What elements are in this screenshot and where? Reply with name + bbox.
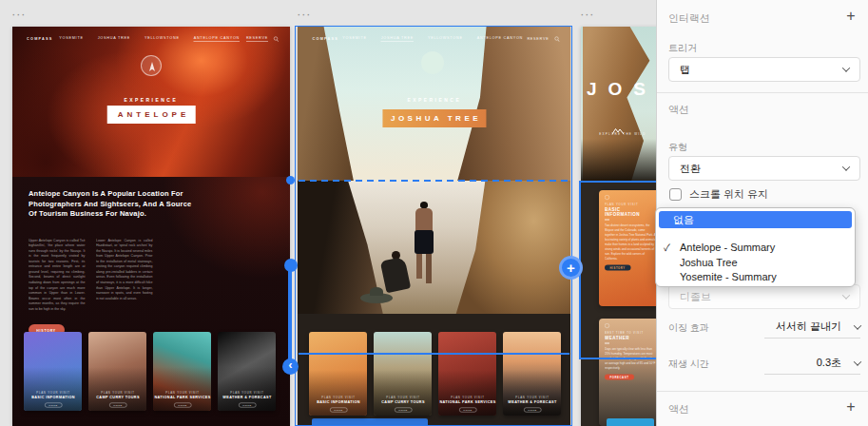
artboard-title-antelope[interactable]: ···: [12, 10, 27, 20]
teal-cta-bar[interactable]: [607, 418, 654, 426]
checkmark-icon: ✓: [664, 241, 670, 255]
nav-item-reserve[interactable]: RESERVE: [246, 35, 268, 42]
duration-label: 재생 시간: [668, 358, 709, 371]
nav-item-yosemite[interactable]: YOSEMITE: [59, 35, 83, 42]
nav-item-antelope-canyon[interactable]: ANTELOPE CANYON: [476, 35, 522, 42]
option-antelope-summary[interactable]: ✓ Antelope - Summary: [656, 241, 855, 255]
info-icon: [605, 195, 609, 200]
interaction-section-header: 인터랙션: [668, 11, 710, 26]
add-interaction-button[interactable]: +: [843, 8, 858, 25]
card-more-button[interactable]: MORE: [458, 408, 476, 413]
search-icon[interactable]: [554, 36, 558, 40]
summary-columns: Upper Antelope Canyon is called Tsé bigh…: [29, 238, 276, 321]
artboard-title-joshua[interactable]: ···: [298, 10, 312, 20]
action-section-header: 액션: [668, 103, 689, 117]
card-more-button[interactable]: MORE: [238, 403, 256, 408]
card-weather-forecast[interactable]: PLAN YOUR VISITWEATHER & FORECASTMORE: [503, 332, 561, 416]
summary-column-2: Lower Antelope Canyon is called Hazdista…: [96, 238, 152, 300]
hero-eyebrow: EXPERIENCE: [298, 89, 570, 106]
hero-tagline: EXPLORE THE WILD: [585, 132, 661, 135]
chevron-down-icon: [854, 321, 861, 329]
site-logo[interactable]: COMPASS: [27, 36, 52, 41]
chevron-down-icon: [842, 163, 850, 170]
site-navbar: COMPASS YOSEMITE JOSHUA TREE YELLOWSTONE…: [12, 35, 290, 48]
card-national-park-services[interactable]: PLAN YOUR VISITNATIONAL PARK SERVICESMOR…: [438, 332, 496, 416]
card-more-button[interactable]: MORE: [394, 408, 412, 413]
mountain-icon: [612, 121, 624, 138]
action2-section-header: 액션: [668, 402, 689, 416]
summary-card-basic-information[interactable]: PLAN YOUR VISIT BASIC INFORMATION Two di…: [599, 190, 662, 306]
trigger-select[interactable]: 탭: [668, 57, 860, 82]
interaction-plus-handle[interactable]: +: [559, 256, 583, 280]
blue-cta-bar[interactable]: [312, 418, 428, 426]
fold-handle-dot[interactable]: [286, 176, 295, 184]
sun-circle: [421, 51, 444, 74]
antelope-card-row: PLAN YOUR VISITBASIC INFORMATIONMORE PLA…: [24, 332, 276, 411]
site-navbar: COMPASS YOSEMITE JOSHUA TREE YELLOWSTONE…: [298, 35, 570, 48]
joshua-card-row: PLAN YOUR VISITBASIC INFORMATIONMORE PLA…: [309, 332, 561, 416]
summary-column-1: Upper Antelope Canyon is called Tsé bigh…: [29, 238, 85, 311]
easing-select[interactable]: 서서히 끝내기: [764, 316, 860, 339]
xd-design-view: ··· ··· ··· COMPASS YOSEMITE JOSHUA TREE…: [0, 0, 868, 426]
card-weather-forecast[interactable]: PLAN YOUR VISITWEATHER & FORECASTMORE: [218, 332, 276, 411]
selection-handle-dot[interactable]: [284, 259, 298, 272]
nav-item-joshua-tree[interactable]: JOSHUA TREE: [98, 35, 130, 42]
nav-item-yellowstone[interactable]: YELLOWSTONE: [145, 35, 180, 42]
chevron-down-icon: [842, 291, 850, 299]
chevron-down-icon: [854, 358, 861, 365]
search-icon[interactable]: [274, 36, 278, 40]
destination-dropdown-popup: 없음 ✓ Antelope - Summary Joshua Tree Yose…: [655, 207, 856, 287]
joshua-hero: COMPASS YOSEMITE JOSHUA TREE YELLOWSTONE…: [298, 27, 570, 181]
card-more-button[interactable]: MORE: [329, 408, 347, 413]
summary-card-weather[interactable]: BEST TIME TO VISIT WEATHER Days are typi…: [599, 319, 662, 426]
history-button[interactable]: HISTORY: [605, 265, 630, 271]
card-more-button[interactable]: MORE: [108, 403, 126, 408]
chevron-down-icon: [842, 64, 850, 71]
card-basic-information[interactable]: PLAN YOUR VISITBASIC INFORMATIONMORE: [24, 332, 82, 411]
easing-label: 이징 효과: [668, 321, 709, 335]
weather-icon: [605, 323, 609, 328]
hero-title-joshua-tree: JOSHUA TREE: [382, 109, 486, 127]
second-hiker-figure: [379, 251, 412, 299]
preserve-scroll-label: 스크롤 위치 유지: [689, 187, 768, 202]
nav-item-yosemite[interactable]: YOSEMITE: [342, 35, 366, 42]
site-logo[interactable]: COMPASS: [312, 36, 338, 41]
preserve-scroll-row: 스크롤 위치 유지: [669, 187, 768, 202]
type-label: 유형: [668, 141, 687, 154]
hero-eyebrow: EXPERIENCE: [12, 89, 290, 106]
forecast-button[interactable]: FORECAST: [605, 375, 634, 380]
divider: [657, 391, 868, 392]
card-more-button[interactable]: MORE: [523, 408, 541, 413]
nav-item-antelope-canyon[interactable]: ANTELOPE CANYON: [194, 35, 240, 42]
duration-select[interactable]: 0.3초: [764, 352, 860, 375]
antelope-hero: COMPASS YOSEMITE JOSHUA TREE YELLOWSTONE…: [12, 27, 290, 181]
divider: [657, 92, 868, 93]
nav-item-reserve[interactable]: RESERVE: [527, 36, 549, 41]
option-none-highlighted[interactable]: 없음: [659, 211, 852, 228]
option-yosemite-summary[interactable]: Yosemite - Summary: [656, 270, 855, 284]
card-basic-information[interactable]: PLAN YOUR VISITBASIC INFORMATIONMORE: [309, 332, 367, 416]
compass-needle-icon: [149, 62, 155, 71]
boulder: [449, 181, 570, 314]
card-camp-curry-tours[interactable]: PLAN YOUR VISITCAMP CURRY TOURSMORE: [374, 332, 432, 416]
card-more-button[interactable]: MORE: [173, 403, 191, 408]
trigger-label: 트리거: [668, 42, 697, 55]
artboard-antelope[interactable]: COMPASS YOSEMITE JOSHUA TREE YELLOWSTONE…: [12, 27, 290, 426]
hero-title-antelope: ANTELOPE: [107, 106, 196, 124]
add-action-button[interactable]: +: [843, 398, 858, 416]
nav-item-yellowstone[interactable]: YELLOWSTONE: [427, 35, 462, 42]
interaction-back-arrow-handle[interactable]: ‹: [282, 358, 299, 375]
type-select[interactable]: 전환: [668, 156, 860, 181]
card-camp-curry-tours[interactable]: PLAN YOUR VISITCAMP CURRY TOURSMORE: [88, 332, 146, 411]
artboard-joshua-tree[interactable]: COMPASS YOSEMITE JOSHUA TREE YELLOWSTONE…: [298, 27, 570, 426]
option-joshua-tree[interactable]: Joshua Tree: [656, 256, 855, 270]
card-more-button[interactable]: MORE: [44, 403, 62, 408]
nav-item-joshua-tree[interactable]: JOSHUA TREE: [380, 35, 413, 42]
animation-select[interactable]: 디졸브: [668, 284, 860, 309]
artboard-title-summary[interactable]: ···: [581, 10, 595, 20]
interaction-panel: 인터랙션 + 트리거 탭 액션 유형 전환 스크롤 위치 유지 디졸브 이징 효…: [656, 0, 868, 426]
card-national-park-services[interactable]: PLAN YOUR VISITNATIONAL PARK SERVICESMOR…: [153, 332, 211, 411]
summary-heading: Antelope Canyon Is A Popular Location Fo…: [29, 189, 202, 220]
climbing-hiker-figure: [410, 202, 438, 289]
preserve-scroll-checkbox[interactable]: [669, 188, 682, 201]
